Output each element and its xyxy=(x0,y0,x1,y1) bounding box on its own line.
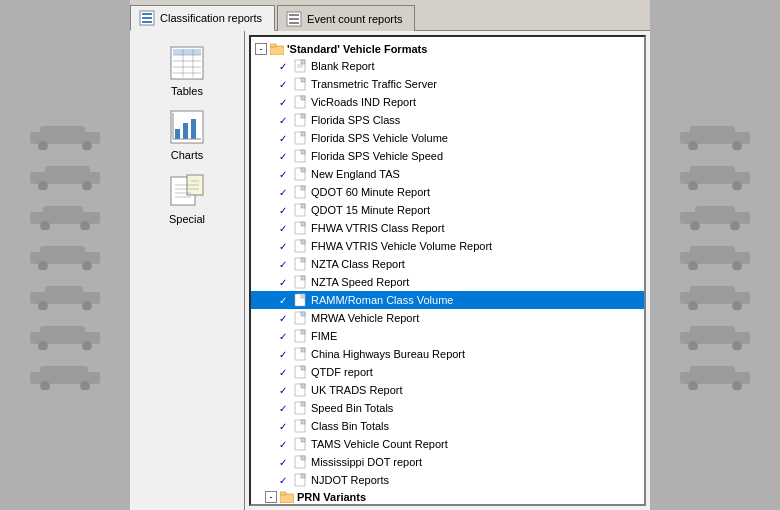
tree-item-qdot-60[interactable]: ✓ QDOT 60 Minute Report xyxy=(251,183,644,201)
tree-item-china-highways[interactable]: ✓ China Highways Bureau Report xyxy=(251,345,644,363)
doc-icon-transmetric xyxy=(294,77,308,91)
sidebar-item-charts[interactable]: Charts xyxy=(130,103,244,165)
svg-rect-33 xyxy=(690,166,735,176)
expand-standard-icon[interactable]: - xyxy=(255,43,267,55)
tree-content: - 'Standard' Vehicle Formats ✓ xyxy=(251,37,644,506)
content-area: Tables Charts xyxy=(130,31,650,510)
doc-icon-qdot-15 xyxy=(294,203,308,217)
tree-item-uk-trads[interactable]: ✓ UK TRADS Report xyxy=(251,381,644,399)
doc-icon-fla-sps-vehicle xyxy=(294,131,308,145)
prn-section-header[interactable]: - PRN Variants xyxy=(251,489,644,505)
tables-label: Tables xyxy=(171,85,203,97)
check-ramm: ✓ xyxy=(279,295,291,306)
svg-rect-130 xyxy=(301,402,305,406)
item-mrwa-label: MRWA Vehicle Report xyxy=(311,312,419,324)
main-content: Classification reports Event count repor… xyxy=(130,0,650,510)
item-china-label: China Highways Bureau Report xyxy=(311,348,465,360)
doc-icon-fla-sps-class xyxy=(294,113,308,127)
tree-item-vicroads[interactable]: ✓ VicRoads IND Report xyxy=(251,93,644,111)
doc-icon-njdot xyxy=(294,473,308,487)
svg-rect-110 xyxy=(301,222,305,226)
check-blank: ✓ xyxy=(279,61,291,72)
tree-item-fime[interactable]: ✓ FIME xyxy=(251,327,644,345)
tree-item-qdot-15[interactable]: ✓ QDOT 15 Minute Report xyxy=(251,201,644,219)
check-tams: ✓ xyxy=(279,439,291,450)
standard-section-header[interactable]: - 'Standard' Vehicle Formats xyxy=(251,41,644,57)
tree-item-mrwa-vehicle[interactable]: ✓ MRWA Vehicle Report xyxy=(251,309,644,327)
item-fime-label: FIME xyxy=(311,330,337,342)
car-right-5 xyxy=(675,280,755,310)
sidebar-item-tables[interactable]: Tables xyxy=(130,39,244,101)
check-fhwa-volume: ✓ xyxy=(279,241,291,252)
svg-rect-45 xyxy=(690,286,735,296)
svg-rect-140 xyxy=(280,492,286,495)
tab-event-count[interactable]: Event count reports xyxy=(277,5,415,31)
tree-item-fhwa-volume[interactable]: ✓ FHWA VTRIS Vehicle Volume Report xyxy=(251,237,644,255)
doc-icon-vicroads xyxy=(294,95,308,109)
svg-rect-138 xyxy=(301,474,305,478)
svg-rect-139 xyxy=(280,494,294,503)
svg-rect-126 xyxy=(301,366,305,370)
tree-item-nzta-speed[interactable]: ✓ NZTA Speed Report xyxy=(251,273,644,291)
tree-item-speed-bin-totals[interactable]: ✓ Speed Bin Totals xyxy=(251,399,644,417)
item-class-bin-label: Class Bin Totals xyxy=(311,420,389,432)
svg-rect-88 xyxy=(270,44,276,47)
tree-item-florida-sps-class[interactable]: ✓ Florida SPS Class xyxy=(251,111,644,129)
car-decoration-6 xyxy=(25,320,105,350)
event-count-tab-icon xyxy=(286,11,302,27)
check-speed-bin: ✓ xyxy=(279,403,291,414)
item-qdot-60-label: QDOT 60 Minute Report xyxy=(311,186,430,198)
tree-item-standard-prn[interactable]: ✓ Standard PRN xyxy=(251,505,644,506)
car-right-4 xyxy=(675,240,755,270)
svg-rect-104 xyxy=(301,168,305,172)
item-fhwa-volume-label: FHWA VTRIS Vehicle Volume Report xyxy=(311,240,492,252)
svg-rect-1 xyxy=(40,126,85,136)
doc-icon-tams xyxy=(294,437,308,451)
svg-rect-62 xyxy=(289,18,299,20)
standard-section-label: 'Standard' Vehicle Formats xyxy=(287,43,427,55)
check-fhwa-class: ✓ xyxy=(279,223,291,234)
tree-item-qtdf[interactable]: ✓ QTDF report xyxy=(251,363,644,381)
tree-item-class-bin-totals[interactable]: ✓ Class Bin Totals xyxy=(251,417,644,435)
check-mrwa: ✓ xyxy=(279,313,291,324)
doc-icon-qtdf xyxy=(294,365,308,379)
folder-standard-icon xyxy=(270,43,284,55)
svg-rect-112 xyxy=(301,240,305,244)
svg-rect-61 xyxy=(289,14,299,16)
tab-classification[interactable]: Classification reports xyxy=(130,5,275,31)
svg-rect-13 xyxy=(40,246,85,256)
svg-rect-134 xyxy=(301,438,305,442)
check-fla-sps-speed: ✓ xyxy=(279,151,291,162)
check-qdot-60: ✓ xyxy=(279,187,291,198)
tree-item-florida-sps-speed[interactable]: ✓ Florida SPS Vehicle Speed xyxy=(251,147,644,165)
expand-prn-icon[interactable]: - xyxy=(265,491,277,503)
svg-rect-9 xyxy=(43,206,83,216)
car-decoration-4 xyxy=(25,240,105,270)
check-mississippi: ✓ xyxy=(279,457,291,468)
tree-item-mississippi[interactable]: ✓ Mississippi DOT report xyxy=(251,453,644,471)
svg-rect-94 xyxy=(301,78,305,82)
item-uk-label: UK TRADS Report xyxy=(311,384,403,396)
doc-icon-mississippi xyxy=(294,455,308,469)
item-blank-report-label: Blank Report xyxy=(311,60,375,72)
tree-item-florida-sps-vehicle[interactable]: ✓ Florida SPS Vehicle Volume xyxy=(251,129,644,147)
svg-rect-41 xyxy=(690,246,735,256)
tree-item-ramm-roman[interactable]: ✓ RAMM/Roman Class Volume xyxy=(251,291,644,309)
tree-item-nzta-class[interactable]: ✓ NZTA Class Report xyxy=(251,255,644,273)
item-transmetric-label: Transmetric Traffic Server xyxy=(311,78,437,90)
tree-item-fhwa-class[interactable]: ✓ FHWA VTRIS Class Report xyxy=(251,219,644,237)
svg-rect-74 xyxy=(183,123,188,139)
tab-classification-label: Classification reports xyxy=(160,12,262,24)
tree-item-blank-report[interactable]: ✓ Blank Report xyxy=(251,57,644,75)
doc-icon-fla-sps-speed xyxy=(294,149,308,163)
tree-item-new-england-tas[interactable]: ✓ New England TAS xyxy=(251,165,644,183)
prn-section-label: PRN Variants xyxy=(297,491,366,503)
tree-item-njdot[interactable]: ✓ NJDOT Reports xyxy=(251,471,644,489)
sidebar-item-special[interactable]: Special xyxy=(130,167,244,229)
tree-panel[interactable]: - 'Standard' Vehicle Formats ✓ xyxy=(249,35,646,506)
tree-item-transmetric[interactable]: ✓ Transmetric Traffic Server xyxy=(251,75,644,93)
svg-rect-57 xyxy=(142,13,152,15)
car-right-3 xyxy=(675,200,755,230)
tree-item-tams-vehicle[interactable]: ✓ TAMS Vehicle Count Report xyxy=(251,435,644,453)
check-fime: ✓ xyxy=(279,331,291,342)
